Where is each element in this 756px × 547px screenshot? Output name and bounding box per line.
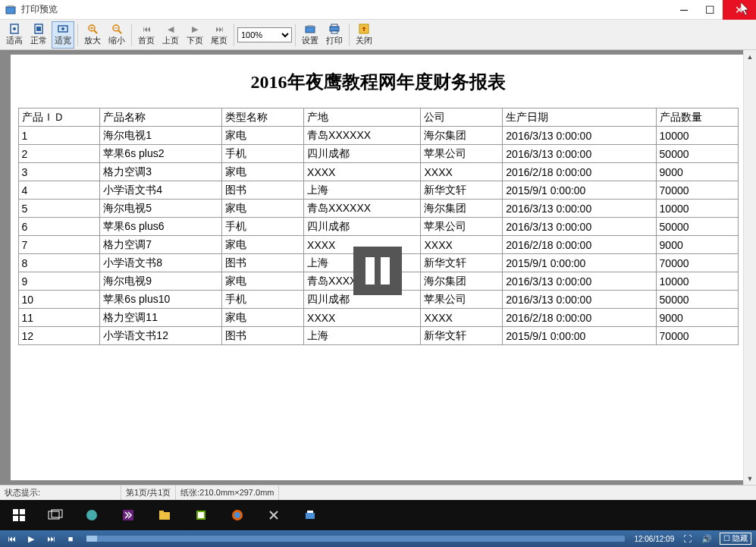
table-cell: 格力空调11 (100, 309, 222, 327)
fit-height-icon (8, 23, 20, 35)
media-next-button[interactable]: ⏭ (44, 534, 58, 543)
zoom-select[interactable]: 100% (237, 27, 292, 42)
table-cell: 5 (18, 200, 100, 218)
pause-overlay-icon (353, 247, 402, 295)
start-button[interactable] (3, 503, 35, 527)
table-cell: 手机 (222, 218, 304, 236)
media-play-button[interactable]: ▶ (24, 534, 38, 544)
separator (131, 24, 132, 46)
separator (77, 24, 78, 46)
table-cell: 10 (18, 291, 100, 309)
table-header: 产品数量 (656, 108, 738, 127)
maximize-button[interactable]: ☐ (697, 0, 723, 20)
print-button[interactable]: 打印 (323, 21, 346, 49)
fit-width-button[interactable]: 适宽 (52, 21, 74, 49)
table-cell: 9000 (656, 163, 738, 181)
table-cell: 家电 (222, 236, 304, 254)
taskbar-item[interactable] (112, 503, 144, 527)
table-cell: 1 (18, 127, 100, 145)
table-cell: 海尔电视5 (100, 200, 222, 218)
zoom-in-icon (86, 23, 99, 35)
table-cell: 9000 (656, 236, 738, 254)
toolbar: 适高 正常 适宽 放大 缩小 ⏮ 首页 ◀ 上页 ▶ 下页 ⏭ 尾页 100% … (0, 20, 756, 50)
status-hint: 状态提示: (0, 486, 121, 500)
table-cell: 家电 (222, 272, 304, 291)
scroll-up-icon[interactable]: ▲ (744, 50, 756, 63)
svg-point-34 (234, 512, 240, 518)
table-cell: 10000 (656, 272, 738, 291)
prev-page-button[interactable]: ◀ 上页 (159, 21, 182, 49)
svg-rect-19 (331, 31, 337, 33)
minimize-button[interactable]: ─ (671, 0, 697, 20)
table-cell: 2016/3/13 0:00:00 (503, 218, 656, 236)
table-row: 11格力空调11家电XXXXXXXX2016/2/18 0:00:009000 (18, 309, 738, 327)
svg-line-9 (94, 30, 97, 33)
volume-button[interactable]: 🔊 (700, 534, 714, 544)
table-header: 生产日期 (503, 108, 656, 127)
table-row: 4小学语文书4图书上海新华文轩2015/9/1 0:00:0070000 (18, 181, 738, 200)
table-cell: 2016/2/18 0:00:00 (503, 309, 656, 327)
table-cell: 2 (18, 145, 100, 163)
table-cell: 苹果6s plus10 (100, 291, 222, 309)
status-page: 第1页/共1页 (121, 486, 176, 500)
taskbar-item[interactable] (258, 503, 290, 527)
window-controls: ─ ☐ ✕ (671, 0, 756, 20)
zoom-out-button[interactable]: 缩小 (105, 21, 128, 49)
report-table: 产品ＩＤ产品名称类型名称产地公司生产日期产品数量 1海尔电视1家电青岛XXXXX… (18, 108, 739, 345)
table-cell: XXXX (304, 309, 421, 327)
table-cell: 青岛XXXXXX (304, 200, 421, 218)
media-progress[interactable] (86, 536, 625, 542)
separator (349, 24, 350, 46)
next-page-button[interactable]: ▶ 下页 (184, 21, 206, 49)
table-cell: 手机 (222, 291, 304, 309)
table-cell: 2016/3/13 0:00:00 (503, 291, 656, 309)
media-prev-button[interactable]: ⏮ (5, 534, 18, 543)
hide-button[interactable]: ☐ 隐藏 (720, 533, 751, 545)
table-cell: XXXX (421, 236, 503, 254)
table-cell: 2016/3/13 0:00:00 (503, 127, 656, 145)
table-cell: 新华文轩 (421, 327, 503, 345)
taskbar-item[interactable] (76, 503, 108, 527)
vertical-scrollbar[interactable]: ▲ ▼ (743, 50, 756, 485)
svg-rect-22 (20, 509, 25, 514)
svg-rect-1 (8, 5, 14, 7)
svg-point-7 (61, 27, 64, 30)
svg-rect-23 (13, 516, 18, 521)
scroll-down-icon[interactable]: ▼ (744, 472, 756, 485)
table-cell: XXXX (421, 163, 503, 181)
svg-rect-0 (6, 7, 15, 14)
svg-rect-29 (159, 512, 170, 520)
table-cell: 海尔电视9 (100, 272, 222, 291)
media-stop-button[interactable]: ■ (64, 534, 77, 543)
table-cell: 50000 (656, 291, 738, 309)
fit-height-button[interactable]: 适高 (3, 21, 26, 49)
task-view-button[interactable] (39, 503, 71, 527)
first-page-button[interactable]: ⏮ 首页 (135, 21, 158, 49)
table-cell: 9000 (656, 309, 738, 327)
last-page-button[interactable]: ⏭ 尾页 (208, 21, 231, 49)
table-cell: 小学语文书8 (100, 254, 222, 272)
svg-rect-36 (307, 511, 313, 513)
taskbar-item[interactable] (185, 503, 217, 527)
taskbar-item[interactable] (221, 503, 253, 527)
table-cell: 上海 (304, 181, 421, 200)
close-preview-button[interactable]: 关闭 (353, 21, 375, 49)
table-cell: 苹果公司 (421, 218, 503, 236)
normal-button[interactable]: 正常 (27, 21, 50, 49)
close-button[interactable]: ✕ (723, 0, 756, 20)
table-cell: 6 (18, 218, 100, 236)
fullscreen-button[interactable]: ⛶ (680, 534, 694, 543)
last-page-icon: ⏭ (213, 23, 225, 35)
mediabar: ⏮ ▶ ⏭ ■ 12:06/12:09 ⛶ 🔊 ☐ 隐藏 (0, 530, 756, 547)
taskbar-item[interactable] (294, 503, 326, 527)
zoom-in-button[interactable]: 放大 (81, 21, 104, 49)
table-cell: 70000 (656, 181, 738, 200)
settings-button[interactable]: 设置 (299, 21, 322, 49)
taskbar-item[interactable] (149, 503, 180, 527)
table-cell: 青岛XXXXXX (304, 127, 421, 145)
table-cell: 4 (18, 181, 100, 200)
media-time: 12:06/12:09 (634, 535, 674, 543)
zoom-out-icon (111, 23, 123, 35)
svg-point-3 (13, 27, 16, 30)
table-cell: 11 (18, 309, 100, 327)
